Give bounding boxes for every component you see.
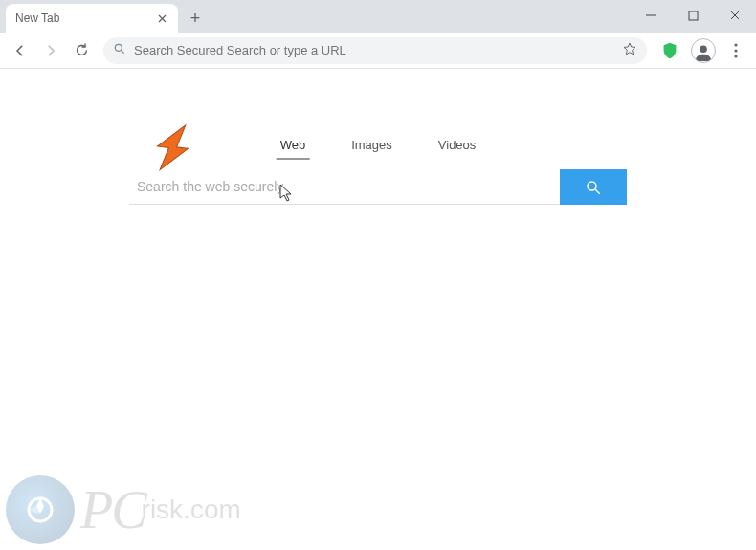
toolbar (0, 33, 756, 69)
tab-videos[interactable]: Videos (434, 138, 480, 160)
svg-point-6 (588, 182, 596, 190)
address-bar[interactable] (103, 37, 647, 64)
profile-avatar[interactable] (691, 38, 716, 63)
search-category-tabs: Web Images Videos (277, 138, 480, 160)
search-row (129, 169, 627, 205)
watermark-badge-icon (6, 475, 75, 544)
search-icon (113, 42, 126, 58)
new-tab-button[interactable]: + (182, 5, 209, 32)
tab-web[interactable]: Web (277, 138, 310, 160)
close-tab-icon[interactable] (155, 11, 168, 25)
shield-extension-icon[interactable] (655, 35, 685, 66)
forward-button[interactable] (36, 36, 65, 65)
bookmark-star-icon[interactable] (622, 41, 637, 59)
search-input[interactable] (129, 169, 560, 205)
watermark-suffix: risk.com (142, 499, 241, 520)
svg-point-1 (115, 44, 122, 51)
svg-point-5 (734, 55, 737, 57)
svg-marker-7 (154, 122, 191, 173)
close-window-button[interactable] (714, 0, 756, 31)
search-button[interactable] (560, 169, 627, 205)
browser-tab[interactable]: New Tab (6, 4, 178, 33)
kebab-menu-icon[interactable] (722, 36, 750, 65)
svg-point-4 (734, 49, 737, 52)
watermark-prefix: PC (80, 489, 145, 532)
tab-title: New Tab (15, 11, 155, 25)
watermark: PC risk.com (6, 475, 241, 544)
reload-button[interactable] (67, 36, 96, 65)
svg-rect-0 (689, 11, 698, 20)
back-button[interactable] (6, 36, 34, 65)
window-controls (630, 0, 756, 31)
svg-point-2 (700, 45, 707, 53)
tab-images[interactable]: Images (347, 138, 396, 160)
maximize-button[interactable] (672, 0, 714, 31)
svg-point-8 (29, 498, 52, 521)
svg-point-3 (734, 43, 737, 46)
address-input[interactable] (134, 43, 614, 57)
minimize-button[interactable] (630, 0, 672, 31)
titlebar: New Tab + (0, 0, 756, 33)
page-content: Web Images Videos PC risk.com (0, 69, 756, 550)
